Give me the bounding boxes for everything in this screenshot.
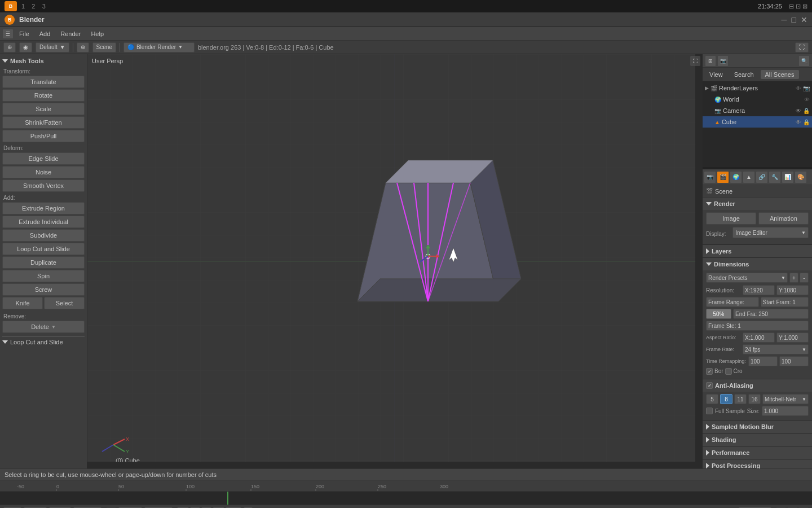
aa-enable-checkbox[interactable] [706, 382, 713, 389]
menu-add[interactable]: Add [35, 29, 55, 38]
noise-btn[interactable]: Noise [2, 166, 85, 178]
aa-section-header[interactable]: Anti-Aliasing [703, 379, 812, 392]
aa-num-11[interactable]: 11 [734, 394, 747, 404]
size-field[interactable]: 1.000 [762, 406, 809, 416]
viewport-scrollbar-bottom[interactable] [87, 462, 695, 468]
view-btn[interactable]: ⊕ [3, 42, 16, 52]
res-y-field[interactable]: Y: 1080 [776, 285, 809, 295]
minimize-button[interactable]: ─ [782, 15, 787, 24]
dimensions-section-header[interactable]: Dimensions [703, 258, 812, 270]
border-checkbox[interactable] [706, 368, 713, 375]
aa-num-16[interactable]: 16 [748, 394, 761, 404]
prop-icon-scene[interactable]: 🎬 [717, 171, 729, 183]
tree-item-camera[interactable]: 📷 Camera 👁 🔒 [703, 105, 812, 116]
end-frame-field[interactable]: End Fra: 250 [733, 309, 809, 319]
rp-icon-view[interactable]: ⊞ [705, 55, 716, 67]
sampled-motion-blur-section: Sampled Motion Blur [703, 421, 812, 433]
remove-preset-btn[interactable]: - [800, 273, 809, 283]
viewport-scrollbar-right[interactable] [695, 54, 702, 468]
pp-header[interactable]: Post Processing [703, 459, 812, 468]
svg-text:Y: Y [126, 449, 129, 454]
aa-num-5[interactable]: 5 [706, 394, 718, 404]
extrude-individual-btn[interactable]: Extrude Individual [2, 216, 85, 228]
tree-icon-camera2: 📷 [714, 108, 721, 114]
knife-btn[interactable]: Knife [2, 297, 43, 309]
delete-select[interactable]: Delete [2, 321, 85, 333]
animation-render-btn[interactable]: Animation [758, 212, 809, 225]
scene-select[interactable]: Scene [92, 42, 116, 52]
eye-icon-cube: 👁 [796, 119, 801, 125]
shading-expand-icon [706, 437, 709, 443]
spin-btn[interactable]: Spin [2, 270, 85, 282]
start-frame-field[interactable]: Start Fram: 1 [761, 297, 809, 307]
aspect-y[interactable]: Y: 1.000 [776, 332, 809, 343]
viewport[interactable]: User Persp [87, 54, 702, 468]
nav-btn[interactable]: ◉ [19, 42, 32, 52]
rp-icon-search[interactable]: 🔍 [798, 55, 810, 67]
playhead[interactable] [227, 492, 228, 505]
prop-icon-modifier[interactable]: 🔧 [769, 171, 781, 183]
select-btn[interactable]: Select [44, 297, 85, 309]
menu-render[interactable]: Render [56, 29, 85, 38]
aspect-x[interactable]: X: 1.000 [743, 332, 775, 343]
tree-icon-mesh: ▲ [714, 119, 720, 125]
loop-cut-slide-btn[interactable]: Loop Cut and Slide [2, 243, 85, 255]
add-preset-btn[interactable]: + [789, 273, 798, 283]
prop-icon-material[interactable]: 🎨 [795, 171, 807, 183]
time-new-field[interactable]: 100 [779, 356, 809, 366]
display-select[interactable]: Image Editor ▼ [732, 227, 809, 238]
menu-icon[interactable]: ☰ [2, 29, 14, 39]
fullscreen-btn[interactable]: ⛶ [795, 42, 809, 52]
edge-slide-btn[interactable]: Edge Slide [2, 152, 85, 165]
tab-search[interactable]: Search [730, 70, 758, 79]
close-button[interactable]: ✕ [801, 15, 807, 24]
frame-step-field[interactable]: Frame Ste: 1 [706, 321, 809, 331]
render-section-header[interactable]: Render [703, 198, 812, 210]
shrink-fatten-btn[interactable]: Shrink/Fatten [2, 116, 85, 129]
rp-icon-cam[interactable]: 📷 [717, 55, 729, 67]
screw-btn[interactable]: Screw [2, 283, 85, 296]
svg-text:-50: -50 [17, 484, 24, 489]
smooth-vertex-btn[interactable]: Smooth Vertex [2, 179, 85, 192]
frame-rate-field[interactable]: 24 fps ▼ [743, 344, 809, 354]
vp-icon-expand[interactable]: ⛶ [690, 56, 700, 66]
maximize-button[interactable]: □ [792, 15, 796, 24]
time-old-field[interactable]: 100 [748, 356, 778, 366]
smb-header[interactable]: Sampled Motion Blur [703, 421, 812, 433]
performance-header[interactable]: Performance [703, 446, 812, 459]
scene-view-btn[interactable]: ⊕ [77, 42, 89, 52]
prop-icon-world[interactable]: 🌍 [730, 171, 742, 183]
full-sample-checkbox[interactable] [706, 408, 713, 414]
layout-select[interactable]: Default▼ [36, 42, 69, 52]
tab-all-scenes[interactable]: All Scenes [761, 70, 799, 79]
rotate-btn[interactable]: Rotate [2, 89, 85, 102]
tree-item-cube[interactable]: ▲ Cube 👁 🔒 [703, 116, 812, 128]
tab-view[interactable]: View [705, 70, 727, 79]
menu-file[interactable]: File [15, 29, 34, 38]
render-presets[interactable]: Render Presets ▼ [706, 273, 788, 283]
layers-section-header[interactable]: Layers [703, 245, 812, 257]
render-engine-select[interactable]: 🔵 Blender Render ▼ [123, 42, 195, 52]
scale-btn[interactable]: Scale [2, 103, 85, 115]
tree-item-renderlayers[interactable]: ▶ 🎬 RenderLayers 👁 📷 [703, 82, 812, 94]
subdivide-btn[interactable]: Subdivide [2, 229, 85, 242]
extrude-region-btn[interactable]: Extrude Region [2, 202, 85, 214]
push-pull-btn[interactable]: Push/Pull [2, 130, 85, 142]
prop-icon-render[interactable]: 📷 [704, 171, 716, 183]
image-render-btn[interactable]: Image [706, 212, 756, 225]
aa-num-8[interactable]: 8 [720, 394, 732, 404]
translate-btn[interactable]: Translate [2, 76, 85, 88]
duplicate-btn[interactable]: Duplicate [2, 256, 85, 269]
prop-icon-object[interactable]: ▲ [743, 171, 755, 183]
menu-help[interactable]: Help [86, 29, 108, 38]
aa-filter-select[interactable]: Mitchell-Netr ▼ [762, 394, 809, 404]
collapse-icon [2, 59, 8, 63]
shading-header[interactable]: Shading [703, 433, 812, 446]
prop-icon-constraints[interactable]: 🔗 [756, 171, 768, 183]
prop-icon-data[interactable]: 📊 [782, 171, 794, 183]
pct-field[interactable]: 50% [706, 309, 731, 319]
crop-checkbox[interactable] [725, 368, 732, 375]
timeline-area[interactable] [0, 492, 812, 505]
res-x-field[interactable]: X: 1920 [743, 285, 775, 295]
tree-item-world[interactable]: 🌍 World 👁 [703, 94, 812, 105]
